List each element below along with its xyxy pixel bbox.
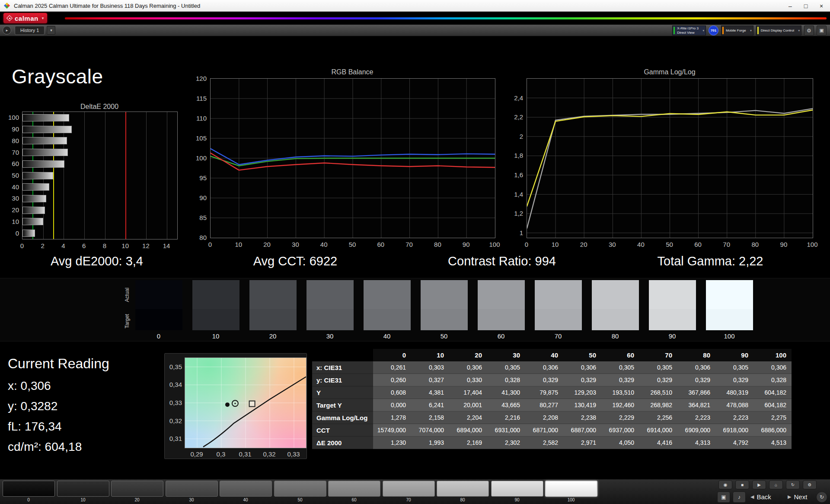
cie-y-tick-label: 0,31	[169, 435, 182, 442]
pattern-button-40[interactable]	[220, 481, 272, 497]
table-header-cell	[312, 349, 373, 361]
gamma-plot-x-tick-label: 50	[666, 241, 673, 248]
meter-label: X-Rite i1Pro 3Direct View	[677, 26, 699, 35]
grayscale-swatch-100	[706, 280, 753, 330]
table-cell: 0,329	[677, 374, 715, 386]
next-arrow-icon: ▶	[788, 494, 791, 500]
settings-gear-button[interactable]: ⚙	[804, 26, 814, 35]
pattern-button-60[interactable]	[328, 481, 380, 497]
gamma-plot-y-tick-label: 1,6	[514, 171, 523, 179]
gridline	[105, 112, 105, 239]
pattern-level-label: 40	[243, 498, 248, 502]
logo-dropdown-arrow-icon[interactable]: ▾	[42, 16, 44, 20]
play-icon[interactable]: ▶	[752, 480, 766, 489]
table-cell: 0,305	[487, 361, 525, 374]
gamma-plot-x-tick-label: 100	[807, 241, 817, 248]
pattern-button-30[interactable]	[166, 481, 218, 497]
meter-label: Mobile Forge	[726, 29, 746, 33]
actual-row-label: Actual	[124, 287, 130, 302]
table-cell: 6,241	[411, 399, 449, 411]
loop-button[interactable]: ↻	[816, 491, 827, 503]
rgb-balance-chart-title: RGB Balance	[332, 68, 374, 76]
table-cell: 1,230	[373, 437, 411, 449]
home-icon[interactable]: ⌂	[769, 480, 783, 489]
swatch-target-color	[592, 309, 639, 330]
table-cell: 0,306	[525, 361, 563, 374]
swatch-actual-color	[306, 280, 354, 309]
capture-icon[interactable]: ◉	[718, 480, 732, 489]
pattern-button-20[interactable]	[111, 481, 163, 497]
table-cell: 0,329	[525, 374, 563, 386]
deltae-y-tick-label: 60	[12, 160, 19, 167]
table-cell: 0,261	[373, 361, 411, 374]
swatch-actual-color	[592, 280, 639, 309]
deltae-bar-80	[22, 137, 67, 144]
rgb-balance-plot-y-tick-label: 80	[199, 234, 207, 241]
minimize-button[interactable]: –	[782, 0, 798, 12]
window-pattern-button[interactable]: ▣	[717, 491, 730, 503]
table-cell: 0,329	[715, 374, 753, 386]
swatch-level-label: 20	[269, 332, 277, 340]
layout-panel-button[interactable]: ▣	[817, 26, 827, 35]
refresh-icon[interactable]: ↻	[786, 480, 800, 489]
grayscale-swatch-60	[478, 280, 525, 330]
history-nav-button[interactable]: ▾	[47, 26, 55, 35]
table-cell: 268,982	[639, 399, 677, 411]
rgb-balance-plot-x-tick-label: 10	[235, 241, 242, 248]
pattern-button-80[interactable]	[437, 481, 489, 497]
deltae-x-tick-label: 8	[103, 242, 106, 249]
rgb-balance-plot-x-tick-label: 40	[320, 241, 328, 248]
pattern-button-90[interactable]	[491, 481, 543, 497]
gamma-plot-x-tick-label: 30	[609, 241, 616, 248]
stop-icon[interactable]: ■	[735, 480, 749, 489]
rgb-balance-plot-x-tick-label: 100	[489, 241, 500, 248]
page-title: Grayscale	[12, 65, 103, 88]
settings-icon[interactable]: ⚙	[803, 480, 817, 489]
tab-history-1[interactable]: History 1	[15, 26, 45, 35]
meter-accent-bar	[757, 27, 759, 34]
pattern-source-dropdown[interactable]: Mobile Forge▾	[721, 26, 753, 35]
titlebar: Calman 2025 Calman Ultimate for Business…	[0, 0, 830, 12]
close-button[interactable]: ×	[814, 0, 829, 12]
table-cell: 2,238	[563, 411, 601, 424]
grayscale-swatch-0	[135, 280, 182, 330]
grayscale-swatch-40	[364, 280, 411, 330]
table-cell: 41,300	[487, 386, 525, 399]
history-panel-expand-button[interactable]: ▸	[3, 26, 11, 35]
gamma-plot-x-tick-label: 80	[751, 241, 759, 248]
swatch-actual-color	[478, 280, 525, 309]
next-button[interactable]: ▶Next	[788, 493, 807, 501]
pattern-level-label: 10	[80, 498, 85, 502]
gamma-plot	[527, 78, 813, 238]
back-label: Back	[757, 493, 771, 501]
swatch-target-color	[192, 309, 239, 330]
table-cell: 2,275	[753, 411, 792, 424]
measured-point	[225, 402, 230, 407]
back-button[interactable]: ◀Back	[750, 493, 771, 501]
meter-label: Direct Display Control	[761, 29, 794, 33]
audio-cue-button[interactable]: ♪	[733, 491, 746, 503]
next-label: Next	[794, 493, 807, 501]
calman-app-icon	[3, 2, 10, 9]
deltae-x-tick-label: 2	[41, 242, 45, 249]
current-reading-cdm2: cd/m²: 604,18	[8, 440, 82, 454]
swatch-actual-color	[364, 280, 411, 309]
table-cell: 0,329	[601, 374, 639, 386]
maximize-button[interactable]: □	[798, 0, 814, 12]
pattern-button-10[interactable]	[57, 481, 109, 497]
calman-logo-button[interactable]: calman ▾	[3, 13, 47, 23]
meter-id-badge[interactable]: 701	[709, 26, 718, 35]
table-header-cell: 10	[411, 349, 449, 361]
swatch-actual-color	[421, 280, 468, 309]
pattern-button-50[interactable]	[274, 481, 326, 497]
meter-device-dropdown[interactable]: X-Rite i1Pro 3Direct View▾	[672, 26, 706, 35]
avg-de2000-value: Avg dE2000: 3,4	[51, 254, 143, 268]
grayscale-swatch-10	[192, 280, 239, 330]
pattern-button-100[interactable]	[545, 481, 597, 497]
table-header-cell: 50	[563, 349, 601, 361]
cie-plot	[185, 357, 306, 448]
swatch-target-color	[421, 309, 468, 330]
pattern-button-70[interactable]	[383, 481, 435, 497]
pattern-button-0[interactable]	[3, 481, 55, 497]
display-control-dropdown[interactable]: Direct Display Control▾	[756, 26, 801, 35]
